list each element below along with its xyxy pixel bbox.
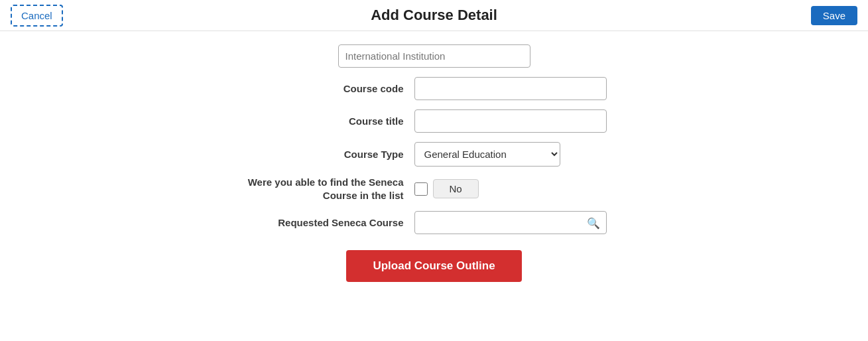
course-title-row: Course title: [229, 109, 640, 133]
requested-seneca-input[interactable]: [414, 211, 607, 234]
seneca-toggle-group: No: [414, 179, 479, 198]
page-title: Add Course Detail: [371, 7, 497, 24]
seneca-find-row: Were you able to find the Seneca Course …: [229, 176, 640, 202]
page-header: Cancel Add Course Detail Save: [0, 0, 868, 31]
course-code-label: Course code: [229, 83, 414, 94]
seneca-find-toggle-label: No: [433, 179, 479, 198]
course-code-input[interactable]: [414, 77, 607, 100]
course-type-select[interactable]: General Education Elective Core Other: [414, 142, 560, 167]
course-type-row: Course Type General Education Elective C…: [229, 142, 640, 167]
institution-input[interactable]: [338, 44, 530, 68]
requested-seneca-row: Requested Seneca Course 🔍: [229, 211, 640, 234]
requested-seneca-label: Requested Seneca Course: [229, 217, 414, 228]
upload-course-outline-button[interactable]: Upload Course Outline: [346, 250, 521, 282]
course-title-input[interactable]: [414, 109, 607, 133]
form-container: Course code Course title Course Type Gen…: [0, 31, 868, 289]
course-type-label: Course Type: [229, 149, 414, 160]
course-code-row: Course code: [229, 77, 640, 100]
seneca-find-checkbox[interactable]: [414, 182, 428, 196]
save-button[interactable]: Save: [811, 6, 857, 25]
requested-seneca-wrapper: 🔍: [414, 211, 607, 234]
cancel-button[interactable]: Cancel: [11, 5, 63, 27]
course-title-label: Course title: [229, 115, 414, 127]
seneca-find-label: Were you able to find the Seneca Course …: [229, 176, 414, 202]
